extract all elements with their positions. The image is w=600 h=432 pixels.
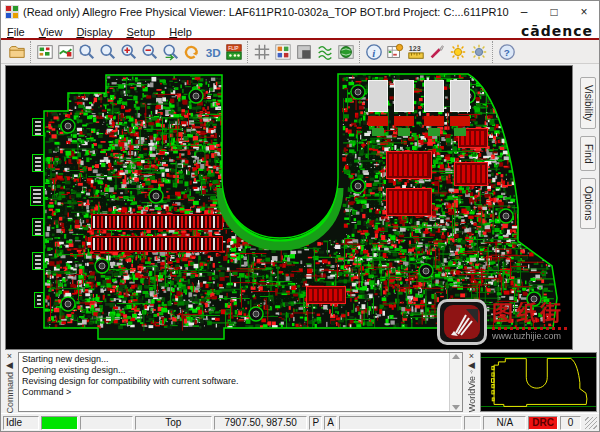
shadow-mode-button[interactable] (293, 41, 314, 62)
svg-text:123: 123 (408, 44, 420, 53)
app-window: (Read only) Allegro Free Physical Viewer… (0, 0, 600, 432)
tab-options[interactable]: Options (580, 178, 596, 228)
toolbar-group (247, 41, 359, 63)
worldview-panel-label: WorldVie (467, 376, 477, 412)
drc-count: 0 (560, 416, 582, 430)
markup-button[interactable] (426, 41, 447, 62)
scroll-up-icon[interactable] (452, 354, 460, 359)
maximize-button[interactable]: □ (539, 1, 569, 23)
status-state: Idle (3, 416, 39, 430)
menu-display[interactable]: Display (76, 26, 112, 38)
scroll-down-icon[interactable] (452, 405, 460, 410)
resize-grip-icon[interactable] (585, 417, 597, 429)
zoom-previous-button[interactable] (160, 41, 181, 62)
status-active-layer: Top (135, 416, 212, 430)
command-scrollbar[interactable] (449, 353, 462, 411)
undo-button[interactable] (181, 41, 202, 62)
svg-text:i: i (372, 46, 375, 58)
element-query-button[interactable] (384, 41, 405, 62)
status-empty-3 (464, 416, 482, 430)
worldview-frame (480, 352, 597, 412)
zoom-fit-button[interactable] (34, 41, 55, 62)
help-button[interactable]: ? (496, 41, 517, 62)
toolbar-group: i123 (359, 41, 492, 63)
window-title: (Read only) Allegro Free Physical Viewer… (23, 6, 509, 18)
command-collapse-icon[interactable]: ◀ (6, 361, 13, 370)
toolbar-group (3, 41, 30, 63)
element-info-button[interactable]: i (363, 41, 384, 62)
command-panel-titlebar: × ◀ Command (3, 352, 16, 412)
zoom-center-button[interactable] (97, 41, 118, 62)
ratsnest-button[interactable] (314, 41, 335, 62)
pick-button[interactable]: P (309, 416, 322, 430)
menu-help[interactable]: Help (169, 26, 192, 38)
tab-visibility[interactable]: Visibility (580, 77, 596, 129)
watermark-logo-icon (437, 299, 487, 345)
toolbar-group: ? (492, 41, 520, 63)
worldview-pin-icon[interactable] (467, 370, 476, 374)
worldview-canvas[interactable] (481, 353, 596, 411)
3d-view-button[interactable]: 3D (202, 41, 223, 62)
menu-view[interactable]: View (39, 26, 63, 38)
menu-file[interactable]: File (7, 26, 25, 38)
highlight-button[interactable] (447, 41, 468, 62)
open-button[interactable] (6, 41, 27, 62)
close-button[interactable]: × (569, 1, 599, 23)
svg-text:?: ? (503, 47, 509, 58)
drc-indicator[interactable]: DRC (528, 416, 557, 430)
console-row: × ◀ Command Starting new design...Openin… (1, 351, 599, 413)
status-coordinates: 7907.50, 987.50 (214, 416, 308, 430)
color-dialog-button[interactable] (272, 41, 293, 62)
status-progress (41, 416, 78, 430)
console-line: Starting new design... (22, 354, 446, 365)
zoom-in-button[interactable] (118, 41, 139, 62)
command-log[interactable]: Starting new design...Opening existing d… (19, 353, 449, 411)
app-icon (5, 5, 19, 19)
design-canvas-frame: 图纸街 www.tuzhijie.com (5, 65, 573, 350)
dehighlight-button[interactable] (468, 41, 489, 62)
toolbar-group: 3DFLIP (30, 41, 247, 63)
console-line: Revising design for compatibility with c… (22, 376, 446, 387)
menu-setup[interactable]: Setup (126, 26, 155, 38)
cadence-logo: cādence (521, 23, 593, 39)
design-flip-button[interactable]: FLIP (223, 41, 244, 62)
status-bar: Idle Top 7907.50, 987.50 P A N/A DRC 0 (1, 413, 599, 431)
measure-button[interactable]: 123 (405, 41, 426, 62)
console-line: Command > (22, 387, 446, 398)
status-na-value: N/A (483, 416, 526, 430)
worldview-panel-titlebar: × ◀ WorldVie (465, 352, 478, 412)
console-line: Opening existing design... (22, 365, 446, 376)
world-view-toggle-button[interactable] (335, 41, 356, 62)
title-bar: (Read only) Allegro Free Physical Viewer… (1, 1, 599, 23)
menu-bar: FileViewDisplaySetupHelp cādence (1, 23, 599, 38)
watermark-divider (492, 327, 570, 330)
zoom-out-button[interactable] (139, 41, 160, 62)
watermark: 图纸街 www.tuzhijie.com (437, 299, 570, 345)
toolbar: 3DFLIPi123? (1, 40, 599, 64)
tab-find[interactable]: Find (580, 136, 596, 171)
svg-text:FLIP: FLIP (228, 46, 239, 51)
application-mode-button[interactable]: A (324, 416, 337, 430)
grid-toggle-button[interactable] (251, 41, 272, 62)
zoom-box-button[interactable] (76, 41, 97, 62)
command-panel-label: Command (5, 372, 15, 414)
status-empty-1 (80, 416, 133, 430)
watermark-url: www.tuzhijie.com (492, 332, 570, 341)
status-empty-2 (339, 416, 462, 430)
svg-text:3D: 3D (205, 45, 220, 58)
watermark-brand: 图纸街 (492, 303, 570, 324)
dock-tab-strip: VisibilityFindOptions (576, 65, 599, 350)
command-console: Starting new design...Opening existing d… (18, 352, 463, 412)
minimize-button[interactable]: – (509, 1, 539, 23)
main-area: 图纸街 www.tuzhijie.com VisibilityFindOptio… (1, 64, 599, 351)
worldview-collapse-icon[interactable]: ◀ (468, 361, 475, 370)
zoom-selection-button[interactable] (55, 41, 76, 62)
